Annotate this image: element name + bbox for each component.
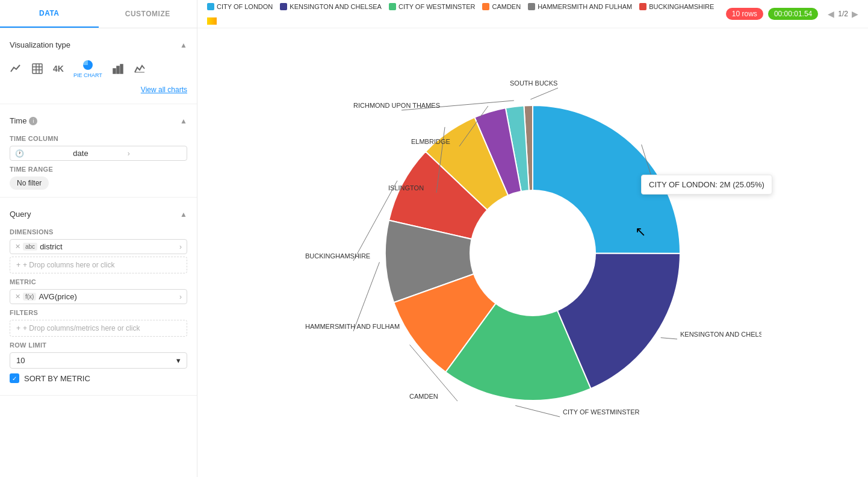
time-section: Time i ▲ TIME COLUMN 🕐 date › TIME RANGE… <box>0 104 197 198</box>
metric-tag[interactable]: ✕ f(x) AVG(price) › <box>10 289 187 304</box>
svg-rect-0 <box>33 64 42 73</box>
label-text-south-bucks: SOUTH BUCKS <box>510 80 557 87</box>
label-line-south-bucks <box>530 88 558 99</box>
legend-color-3 <box>482 3 489 10</box>
row-limit-chevron-icon: ▾ <box>176 356 181 365</box>
rows-badge: 10 rows <box>726 8 763 20</box>
legend-color-1 <box>280 3 287 10</box>
metric-arrow-icon: › <box>179 293 182 301</box>
tabs: DATA CUSTOMIZE <box>0 0 197 28</box>
time-section-title: Time i <box>10 116 37 125</box>
label-text-kensington-and-chelsea: KENSINGTON AND CHELSEA <box>680 331 761 338</box>
label-text-city-of-london: CITY OF LONDON <box>656 173 712 181</box>
viz-icon-pie[interactable]: PIE CHART <box>73 59 102 78</box>
pie-chart-label: PIE CHART <box>73 72 102 78</box>
time-column-input[interactable]: 🕐 date › <box>10 146 187 161</box>
legend-color-2 <box>389 3 396 10</box>
viz-section-title: Visualization type <box>10 40 70 49</box>
time-info-icon: i <box>29 117 37 125</box>
no-filter-button[interactable]: No filter <box>10 176 49 190</box>
sort-by-metric-checkbox[interactable] <box>10 373 19 383</box>
dimension-drop-zone[interactable]: + + Drop columns here or click <box>10 257 187 273</box>
label-line-city-of-westminster <box>515 405 560 417</box>
color-swatch <box>207 17 217 25</box>
donut-hole <box>470 190 596 316</box>
legend-area: CITY OF LONDON KENSINGTON AND CHELSEA CI… <box>207 3 726 25</box>
dimension-tag[interactable]: ✕ abc district › <box>10 239 187 254</box>
row-limit-select[interactable]: 10 ▾ <box>10 352 187 369</box>
dimension-drop-plus-icon: + <box>16 261 20 269</box>
viz-type-section: Visualization type ▲ <box>0 28 197 104</box>
legend-item-0: CITY OF LONDON <box>207 3 273 10</box>
legend-item-3: CAMDEN <box>482 3 521 10</box>
legend-item-4: HAMMERSMITH AND FULHAM <box>528 3 632 10</box>
dimension-type-badge: abc <box>23 243 37 251</box>
legend-label-2: CITY OF WESTMINSTER <box>398 3 476 10</box>
dimension-value: district <box>40 242 179 251</box>
viz-icon-histogram[interactable] <box>134 63 146 75</box>
viz-icons-row: 4K PIE CHART <box>10 54 187 83</box>
right-panel: CITY OF LONDON KENSINGTON AND CHELSEA CI… <box>197 0 868 477</box>
time-range-label: TIME RANGE <box>10 166 187 173</box>
viz-chevron-icon: ▲ <box>180 41 187 49</box>
svg-rect-5 <box>113 69 116 73</box>
next-page-button[interactable]: ▶ <box>852 9 858 19</box>
label-text-richmond-upon-thames: RICHMOND UPON THAMES <box>353 102 440 109</box>
viz-icon-bar[interactable] <box>112 63 124 75</box>
legend-item-5: BUCKINGHAMSHIRE <box>639 3 714 10</box>
query-chevron-icon: ▲ <box>180 210 187 219</box>
page-indicator: 1/2 <box>838 10 848 18</box>
label-text-hammersmith-and-fulham: HAMMERSMITH AND FULHAM <box>305 323 400 330</box>
svg-rect-6 <box>117 66 119 73</box>
legend-color-4 <box>528 3 535 10</box>
pie-chart-svg[interactable]: CITY OF LONDONKENSINGTON AND CHELSEACITY… <box>304 48 761 458</box>
dimension-arrow-icon: › <box>179 243 182 251</box>
viz-icon-table[interactable] <box>31 63 43 75</box>
label-line-hammersmith-and-fulham <box>353 262 379 331</box>
tab-customize[interactable]: CUSTOMIZE <box>99 0 197 28</box>
view-all-charts-link[interactable]: View all charts <box>10 83 187 96</box>
row-limit-label: ROW LIMIT <box>10 341 187 349</box>
pagination: ◀ 1/2 ▶ <box>828 9 858 19</box>
time-chevron-icon: ▲ <box>180 117 187 125</box>
filters-label: FILTERS <box>10 309 187 316</box>
metric-close-icon[interactable]: ✕ <box>15 293 20 301</box>
legend-item-1: KENSINGTON AND CHELSEA <box>280 3 382 10</box>
metric-label: METRIC <box>10 278 187 285</box>
time-col-arrow-icon: › <box>128 149 182 158</box>
label-text-buckinghamshire: BUCKINGHAMSHIRE <box>305 252 370 260</box>
chart-area: CITY OF LONDONKENSINGTON AND CHELSEACITY… <box>197 28 868 477</box>
filters-drop-plus-icon: + <box>16 324 20 332</box>
left-panel: DATA CUSTOMIZE Visualization type ▲ <box>0 0 197 477</box>
metric-type-badge: f(x) <box>23 293 36 301</box>
legend-label-4: HAMMERSMITH AND FULHAM <box>538 3 632 10</box>
label-text-camden: CAMDEN <box>409 393 438 400</box>
bignumber-label: 4K <box>53 64 64 73</box>
legend-item-2: CITY OF WESTMINSTER <box>389 3 476 10</box>
time-section-header[interactable]: Time i ▲ <box>10 111 187 130</box>
metric-value: AVG(price) <box>39 292 179 301</box>
query-section-header[interactable]: Query ▲ <box>10 205 187 223</box>
filters-drop-zone[interactable]: + + Drop columns/metrics here or click <box>10 320 187 337</box>
viz-icon-bignumber[interactable]: 4K <box>53 64 64 73</box>
prev-page-button[interactable]: ◀ <box>828 9 834 19</box>
time-badge: 00:00:01.54 <box>768 8 818 20</box>
dimensions-label: DIMENSIONS <box>10 228 187 235</box>
viz-icon-line[interactable] <box>10 63 22 75</box>
tab-data[interactable]: DATA <box>0 0 99 28</box>
sort-by-metric-row: SORT BY METRIC <box>10 369 187 388</box>
top-right-badges: 10 rows 00:00:01.54 ◀ 1/2 ▶ <box>726 8 858 20</box>
legend-color-0 <box>207 3 214 10</box>
sort-by-metric-label: SORT BY METRIC <box>24 374 90 383</box>
label-text-elmbridge: ELMBRIDGE <box>411 138 450 145</box>
query-section: Query ▲ DIMENSIONS ✕ abc district › + + … <box>0 198 197 396</box>
legend-label-3: CAMDEN <box>492 3 521 10</box>
legend-label-0: CITY OF LONDON <box>217 3 273 10</box>
label-text-islington: ISLINGTON <box>388 184 424 192</box>
viz-section-header[interactable]: Visualization type ▲ <box>10 36 187 54</box>
top-bar: CITY OF LONDON KENSINGTON AND CHELSEA CI… <box>197 0 868 28</box>
label-line-kensington-and-chelsea <box>661 337 677 338</box>
legend-label-1: KENSINGTON AND CHELSEA <box>290 3 382 10</box>
dimension-close-icon[interactable]: ✕ <box>15 243 20 251</box>
label-text-city-of-westminster: CITY OF WESTMINSTER <box>563 408 640 416</box>
